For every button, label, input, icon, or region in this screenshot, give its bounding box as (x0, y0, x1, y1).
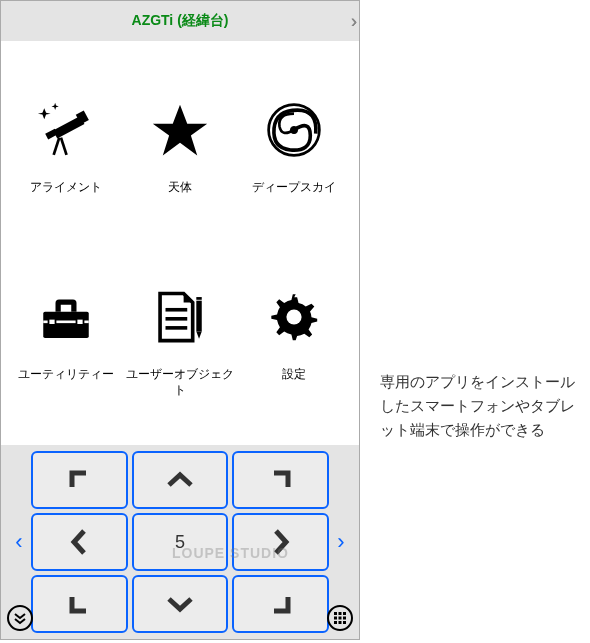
page-prev-icon[interactable]: ‹ (7, 529, 31, 555)
dpad-right[interactable] (232, 513, 329, 571)
star-icon (148, 98, 212, 162)
menu-label: アライメント (30, 180, 102, 211)
menu-alignment[interactable]: アライメント (9, 61, 123, 248)
svg-rect-26 (343, 617, 346, 620)
menu-label: 天体 (168, 180, 192, 211)
svg-rect-29 (343, 621, 346, 624)
svg-marker-6 (52, 103, 59, 110)
toolbox-icon (34, 285, 98, 349)
menu-utility[interactable]: ユーティリティー (9, 248, 123, 435)
menu-settings[interactable]: 設定 (237, 248, 351, 435)
svg-rect-24 (334, 617, 337, 620)
dpad-se[interactable] (232, 575, 329, 633)
dpad-up[interactable] (132, 451, 229, 509)
spiral-icon (262, 98, 326, 162)
caption-text: 専用のアプリをインストールしたスマートフォンやタブレット端末で操作ができる (380, 370, 580, 442)
document-edit-icon (148, 285, 212, 349)
main-menu-grid: アライメント 天体 ディープスカイ (1, 41, 359, 445)
menu-label: ユーティリティー (18, 367, 114, 398)
svg-marker-5 (38, 108, 51, 119)
title-bar: AZGTi (経緯台) ››› (1, 1, 359, 41)
dpad-speed-value[interactable]: 5 (132, 513, 229, 571)
dpad-left[interactable] (31, 513, 128, 571)
svg-rect-19 (196, 297, 201, 300)
menu-celestial[interactable]: 天体 (123, 61, 237, 248)
svg-rect-21 (334, 612, 337, 615)
telescope-icon (34, 98, 98, 162)
menu-label: ユーザーオブジェクト (123, 367, 237, 398)
svg-rect-4 (60, 137, 68, 155)
svg-marker-18 (196, 331, 201, 338)
collapse-icon[interactable] (7, 605, 33, 631)
menu-label: 設定 (282, 367, 306, 398)
svg-rect-17 (196, 301, 201, 332)
svg-point-20 (286, 309, 301, 324)
svg-rect-25 (339, 617, 342, 620)
dpad-ne[interactable] (232, 451, 329, 509)
svg-rect-23 (343, 612, 346, 615)
app-screen: AZGTi (経緯台) ››› アライメント (0, 0, 360, 640)
dpad-nw[interactable] (31, 451, 128, 509)
grid-view-icon[interactable] (327, 605, 353, 631)
svg-rect-12 (49, 319, 56, 325)
svg-rect-13 (77, 319, 84, 325)
page-title: AZGTi (経緯台) (132, 12, 229, 30)
menu-deepsky[interactable]: ディープスカイ (237, 61, 351, 248)
page-next-icon[interactable]: › (329, 529, 353, 555)
gear-icon (262, 285, 326, 349)
dpad-sw[interactable] (31, 575, 128, 633)
direction-pad: 5 (31, 451, 329, 633)
svg-rect-3 (52, 137, 60, 155)
svg-rect-22 (339, 612, 342, 615)
svg-marker-7 (153, 105, 207, 156)
menu-label: ディープスカイ (252, 180, 336, 211)
dpad-panel: ‹ 5 (1, 445, 359, 639)
menu-userobject[interactable]: ユーザーオブジェクト (123, 248, 237, 435)
svg-rect-27 (334, 621, 337, 624)
svg-rect-28 (339, 621, 342, 624)
dpad-down[interactable] (132, 575, 229, 633)
